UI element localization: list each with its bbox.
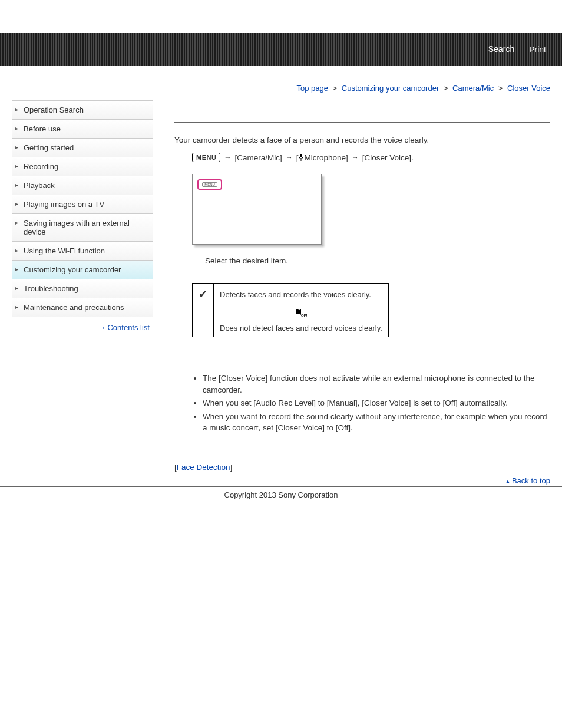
sidebar-item-label: Recording — [24, 162, 58, 171]
sidebar-item-label: Getting started — [24, 143, 74, 152]
copyright-text: Copyright 2013 Sony Corporation — [0, 490, 562, 499]
screen-menu-label: MENU — [202, 182, 217, 187]
footer-divider — [0, 486, 562, 487]
header-banner: Search Print — [0, 33, 562, 66]
option-off-description: Does not detect faces and record voices … — [214, 319, 389, 337]
sidebar-item-label: Saving images with an external device — [24, 219, 130, 236]
print-button[interactable]: Print — [524, 42, 551, 57]
check-icon: ✔ — [193, 284, 214, 305]
sidebar-item-label: Maintenance and precautions — [24, 303, 124, 312]
sidebar-item-before-use[interactable]: Before use — [12, 120, 153, 139]
sidebar-item-saving-external[interactable]: Saving images with an external device — [12, 214, 153, 242]
related-link[interactable]: Face Detection — [177, 463, 230, 472]
sidebar-item-label: Using the Wi-Fi function — [24, 246, 105, 255]
breadcrumb-current: Closer Voice — [507, 84, 550, 93]
main-content: Top page > Customizing your camcorder > … — [153, 66, 550, 485]
divider — [174, 122, 550, 123]
closer-voice-off-icon: OFF — [295, 308, 307, 317]
svg-rect-0 — [300, 154, 302, 157]
back-to-top: ▲Back to top — [174, 476, 550, 485]
screen-menu-highlight: MENU — [197, 179, 222, 190]
table-row: ✔ Detects faces and records the voices c… — [193, 284, 389, 305]
arrow-right-icon: → — [224, 153, 231, 162]
search-button[interactable]: Search — [484, 42, 519, 57]
sidebar-item-label: Customizing your camcorder — [24, 265, 121, 274]
notes-list: The [Closer Voice] function does not act… — [203, 373, 550, 434]
sidebar-item-getting-started[interactable]: Getting started — [12, 139, 153, 157]
off-icon-cell: OFF — [214, 305, 389, 319]
microphone-icon — [298, 154, 304, 161]
note-item: The [Closer Voice] function does not act… — [203, 373, 550, 396]
related-topic: [Face Detection] — [174, 463, 550, 472]
empty-cell — [193, 305, 214, 337]
sidebar-item-label: Playback — [24, 181, 55, 190]
table-row: Does not detect faces and record voices … — [193, 319, 389, 337]
breadcrumb-top[interactable]: Top page — [296, 84, 328, 93]
sidebar-item-wifi[interactable]: Using the Wi-Fi function — [12, 242, 153, 261]
note-item: When you set [Audio Rec Level] to [Manua… — [203, 397, 550, 409]
menu-button-icon: MENU — [192, 153, 220, 162]
contents-list-link[interactable]: Contents list — [107, 323, 150, 332]
option-on-description: Detects faces and records the voices cle… — [214, 284, 389, 305]
screen-illustration: MENU — [192, 174, 322, 245]
triangle-up-icon: ▲ — [505, 478, 511, 485]
back-to-top-link[interactable]: Back to top — [512, 476, 550, 485]
arrow-right-icon: → — [98, 323, 105, 332]
sidebar: Operation Search Before use Getting star… — [12, 66, 153, 485]
breadcrumb-sep: > — [498, 84, 503, 93]
divider — [174, 452, 550, 452]
sidebar-item-recording[interactable]: Recording — [12, 157, 153, 176]
bracket: ] — [230, 463, 233, 472]
sidebar-item-label: Troubleshooting — [24, 284, 78, 293]
arrow-right-icon: → — [286, 153, 293, 162]
sidebar-item-label: Before use — [24, 124, 61, 133]
breadcrumb-l2[interactable]: Camera/Mic — [452, 84, 494, 93]
arrow-right-icon: → — [352, 153, 359, 162]
svg-text:OFF: OFF — [301, 314, 307, 317]
path-segment: [Camera/Mic] — [234, 153, 282, 162]
nav-list: Operation Search Before use Getting star… — [12, 100, 153, 317]
options-table: ✔ Detects faces and records the voices c… — [192, 283, 389, 337]
svg-rect-3 — [296, 309, 299, 314]
menu-path: MENU → [Camera/Mic] → [Microphone] → [Cl… — [192, 153, 550, 162]
sidebar-item-customizing[interactable]: Customizing your camcorder — [12, 261, 153, 279]
sidebar-item-troubleshooting[interactable]: Troubleshooting — [12, 279, 153, 298]
note-item: When you want to record the sound clearl… — [203, 411, 550, 434]
path-segment: [Closer Voice]. — [362, 153, 414, 162]
step-instruction: Select the desired item. — [205, 256, 550, 265]
sidebar-item-operation-search[interactable]: Operation Search — [12, 101, 153, 120]
breadcrumb-l1[interactable]: Customizing your camcorder — [342, 84, 439, 93]
intro-text: Your camcorder detects a face of a perso… — [174, 136, 550, 144]
path-text: Microphone] — [304, 153, 348, 162]
sidebar-item-label: Operation Search — [24, 106, 84, 114]
table-row: OFF — [193, 305, 389, 319]
sidebar-item-label: Playing images on a TV — [24, 200, 104, 209]
sidebar-item-maintenance[interactable]: Maintenance and precautions — [12, 298, 153, 317]
sidebar-item-playing-tv[interactable]: Playing images on a TV — [12, 195, 153, 214]
breadcrumb-sep: > — [333, 84, 338, 93]
path-segment: [Microphone] — [296, 153, 348, 162]
breadcrumb: Top page > Customizing your camcorder > … — [174, 84, 550, 93]
breadcrumb-sep: > — [444, 84, 448, 93]
sidebar-item-playback[interactable]: Playback — [12, 176, 153, 195]
